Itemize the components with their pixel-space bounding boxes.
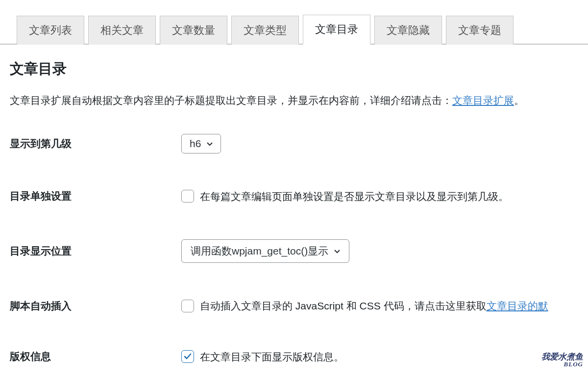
select-position[interactable]: 调用函数wpjam_get_toc()显示 <box>181 239 349 263</box>
content-area: 文章目录 文章目录扩展自动根据文章内容里的子标题提取出文章目录，并显示在内容前，… <box>0 45 588 374</box>
tab-article-count[interactable]: 文章数量 <box>160 16 227 45</box>
chevron-down-icon <box>206 140 214 148</box>
select-position-value: 调用函数wpjam_get_toc()显示 <box>191 244 328 258</box>
chevron-down-icon <box>333 247 341 255</box>
label-level: 显示到第几级 <box>10 137 181 151</box>
select-level[interactable]: h6 <box>181 134 221 153</box>
row-script: 脚本自动插入 自动插入文章目录的 JavaScript 和 CSS 代码，请点击… <box>10 298 578 314</box>
label-copyright: 版权信息 <box>10 350 181 363</box>
description-suffix: 。 <box>514 95 524 106</box>
row-position: 目录显示位置 调用函数wpjam_get_toc()显示 <box>10 239 578 263</box>
row-individual: 目录单独设置 在每篇文章编辑页面单独设置是否显示文章目录以及显示到第几级。 <box>10 189 578 204</box>
tab-article-type[interactable]: 文章类型 <box>231 16 299 45</box>
checkbox-copyright[interactable] <box>181 350 194 363</box>
label-script: 脚本自动插入 <box>10 299 181 313</box>
tab-article-list[interactable]: 文章列表 <box>17 16 84 45</box>
checkbox-individual[interactable] <box>181 190 194 203</box>
tab-article-topic[interactable]: 文章专题 <box>446 16 514 45</box>
label-individual: 目录单独设置 <box>10 189 181 203</box>
checkbox-script-label: 自动插入文章目录的 JavaScript 和 CSS 代码，请点击这里获取文章目… <box>200 298 548 314</box>
toc-extension-link[interactable]: 文章目录扩展 <box>452 95 514 106</box>
tab-article-toc[interactable]: 文章目录 <box>303 15 370 45</box>
select-level-value: h6 <box>190 138 201 150</box>
tab-article-hide[interactable]: 文章隐藏 <box>374 16 442 45</box>
checkbox-script[interactable] <box>181 300 194 312</box>
section-description: 文章目录扩展自动根据文章内容里的子标题提取出文章目录，并显示在内容前，详细介绍请… <box>10 92 578 109</box>
checkbox-copyright-label: 在文章目录下面显示版权信息。 <box>200 349 344 365</box>
row-copyright: 版权信息 在文章目录下面显示版权信息。 <box>10 349 578 365</box>
tabs-nav: 文章列表 相关文章 文章数量 文章类型 文章目录 文章隐藏 文章专题 <box>0 0 588 45</box>
section-title: 文章目录 <box>10 59 578 79</box>
description-text: 文章目录扩展自动根据文章内容里的子标题提取出文章目录，并显示在内容前，详细介绍请… <box>10 95 452 106</box>
script-text-pre: 自动插入文章目录的 JavaScript 和 CSS 代码，请点击这里获取 <box>200 300 487 311</box>
checkbox-individual-label: 在每篇文章编辑页面单独设置是否显示文章目录以及显示到第几级。 <box>200 189 509 204</box>
label-position: 目录显示位置 <box>10 244 181 258</box>
tab-related-articles[interactable]: 相关文章 <box>88 16 156 45</box>
row-level: 显示到第几级 h6 <box>10 134 578 153</box>
toc-default-link[interactable]: 文章目录的默 <box>487 300 548 311</box>
